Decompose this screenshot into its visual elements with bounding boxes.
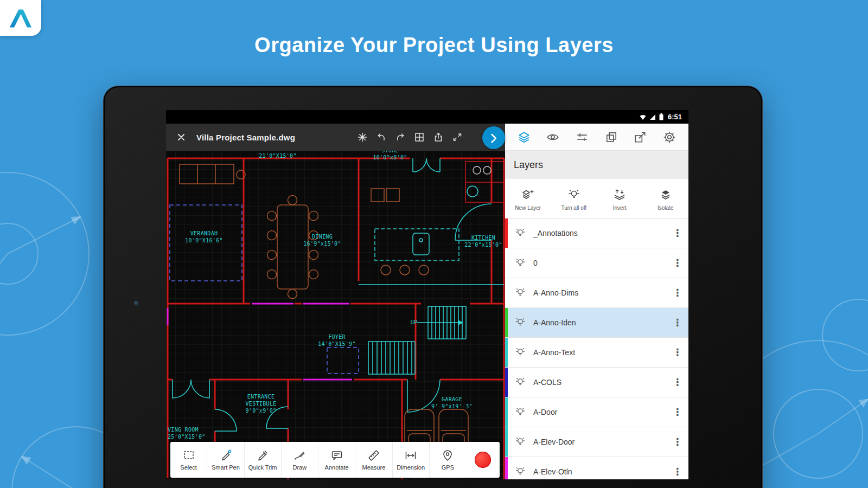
layer-visibility-bulb-icon[interactable] — [515, 347, 526, 358]
undo-icon[interactable] — [376, 132, 387, 143]
tool-quick-trim[interactable]: Quick Trim — [245, 442, 282, 478]
action-label: New Layer — [515, 205, 541, 211]
layer-overflow-menu-icon[interactable]: ⋮ — [672, 227, 683, 239]
tool-label: Annotate — [325, 464, 349, 471]
layer-visibility-bulb-icon[interactable] — [515, 317, 526, 328]
isolate-button[interactable]: Isolate — [643, 186, 689, 211]
close-icon[interactable] — [176, 132, 187, 143]
layer-overflow-menu-icon[interactable]: ⋮ — [672, 317, 683, 329]
page-title: Organize Your Project Using Layers — [0, 34, 868, 57]
autodesk-a-icon — [9, 7, 33, 29]
layer-name: A-Anno-Iden — [533, 318, 576, 327]
lightbulb-off-icon — [567, 188, 581, 202]
layer-visibility-bulb-icon[interactable] — [515, 228, 526, 239]
layer-overflow-menu-icon[interactable]: ⋮ — [672, 406, 683, 418]
layer-name: A-COLS — [533, 378, 561, 387]
action-label: Turn all off — [561, 205, 586, 211]
tool-measure[interactable]: Measure — [355, 442, 392, 478]
layer-overflow-menu-icon[interactable]: ⋮ — [672, 376, 683, 388]
layer-color-bar — [505, 248, 508, 278]
record-button[interactable] — [475, 452, 491, 468]
new-layer-icon — [521, 188, 535, 202]
layer-visibility-bulb-icon[interactable] — [515, 466, 526, 477]
layer-overflow-menu-icon[interactable]: ⋮ — [672, 257, 683, 269]
action-label: Isolate — [658, 205, 673, 211]
new-layer-button[interactable]: New Layer — [505, 186, 551, 211]
layer-name: _Annotations — [533, 229, 578, 237]
layer-name: A-Elev-Door — [533, 438, 575, 446]
layer-visibility-bulb-icon[interactable] — [515, 377, 526, 388]
annotate-icon — [330, 449, 343, 462]
export-tab-icon[interactable] — [634, 131, 647, 144]
document-title: Villa Project Sample.dwg — [196, 133, 295, 142]
layer-color-bar — [505, 278, 508, 307]
blocks-tab-icon[interactable] — [605, 131, 618, 144]
action-label: Invert — [613, 205, 627, 211]
layer-row-a-elev-otln[interactable]: A-Elev-Otln ⋮ — [505, 457, 688, 479]
layer-row-a-door[interactable]: A-Door ⋮ — [505, 397, 688, 427]
tool-draw[interactable]: Draw — [282, 442, 318, 478]
tool-label: Select — [180, 464, 197, 471]
layer-overflow-menu-icon[interactable]: ⋮ — [672, 466, 683, 478]
tool-label: Smart Pen — [212, 464, 240, 471]
panel-toolbar — [505, 124, 688, 151]
layer-row-a-elev-door[interactable]: A-Elev-Door ⋮ — [505, 427, 688, 457]
visibility-tab-icon[interactable] — [546, 131, 559, 144]
layer-overflow-menu-icon[interactable]: ⋮ — [672, 436, 683, 448]
tablet: 6:51 Villa Project Sample.dwg — [103, 86, 763, 488]
gps-pin-icon — [441, 449, 454, 462]
layers-tab-icon[interactable] — [518, 131, 531, 144]
layers-panel-title: Layers — [505, 151, 688, 179]
redo-icon[interactable] — [395, 132, 406, 143]
cad-drawing — [166, 151, 505, 479]
layers-panel: Layers New Layer Turn all off Invert Iso… — [505, 151, 688, 479]
layer-row-a-anno-iden[interactable]: A-Anno-Iden ⋮ — [505, 308, 688, 338]
cad-canvas[interactable]: 21'0"X15'0" STORE 10'0"x8'0" VERANDAH 10… — [166, 151, 505, 479]
properties-tab-icon[interactable] — [576, 131, 589, 144]
tool-select[interactable]: Select — [170, 442, 207, 478]
tool-label: Measure — [362, 464, 385, 471]
layer-row-0[interactable]: 0 ⋮ — [505, 248, 688, 278]
layer-overflow-menu-icon[interactable]: ⋮ — [672, 287, 683, 299]
layout-grid-icon[interactable] — [414, 132, 425, 143]
layer-visibility-bulb-icon[interactable] — [515, 258, 526, 268]
wifi-icon — [640, 114, 646, 120]
layer-color-bar — [505, 397, 508, 427]
layer-row-a-anno-text[interactable]: A-Anno-Text ⋮ — [505, 338, 688, 368]
autodesk-logo — [0, 0, 41, 36]
cellular-signal-icon — [649, 114, 656, 120]
settings-gear-icon[interactable] — [663, 131, 676, 144]
draw-icon — [293, 449, 306, 462]
layer-name: A-Door — [533, 408, 557, 416]
layer-row-a-anno-dims[interactable]: A-Anno-Dims ⋮ — [505, 278, 688, 308]
tool-annotate[interactable]: Annotate — [318, 442, 355, 478]
app-bar: Villa Project Sample.dwg — [166, 124, 505, 151]
invert-button[interactable]: Invert — [597, 186, 643, 211]
smart-pen-icon — [219, 449, 232, 462]
layer-name: A-Anno-Dims — [533, 288, 578, 297]
layer-name: A-Elev-Otln — [533, 467, 572, 476]
fullscreen-icon[interactable] — [452, 132, 463, 143]
measure-icon — [367, 449, 380, 462]
layer-color-bar — [505, 427, 508, 457]
tool-gps[interactable]: GPS — [430, 442, 466, 478]
tablet-camera — [134, 301, 139, 306]
turn-all-off-button[interactable]: Turn all off — [551, 186, 597, 211]
layer-row-a-cols[interactable]: A-COLS ⋮ — [505, 368, 688, 397]
layer-color-bar — [505, 219, 508, 248]
layer-color-bar — [505, 368, 508, 397]
tool-smart-pen[interactable]: Smart Pen — [207, 442, 244, 478]
layer-visibility-bulb-icon[interactable] — [515, 436, 526, 447]
layer-overflow-menu-icon[interactable]: ⋮ — [672, 346, 683, 358]
app-bar-icons — [357, 124, 463, 151]
object-snap-icon[interactable] — [357, 132, 368, 143]
layer-color-bar — [505, 338, 508, 367]
layer-row-annotations[interactable]: _Annotations ⋮ — [505, 219, 688, 248]
tool-dimension[interactable]: Dimension — [393, 442, 430, 478]
share-icon[interactable] — [433, 132, 444, 143]
battery-icon — [659, 113, 663, 120]
layer-visibility-bulb-icon[interactable] — [515, 407, 526, 418]
layers-panel-actions: New Layer Turn all off Invert Isolate — [505, 179, 688, 219]
layer-visibility-bulb-icon[interactable] — [515, 287, 526, 298]
expand-panel-button[interactable] — [482, 126, 505, 149]
